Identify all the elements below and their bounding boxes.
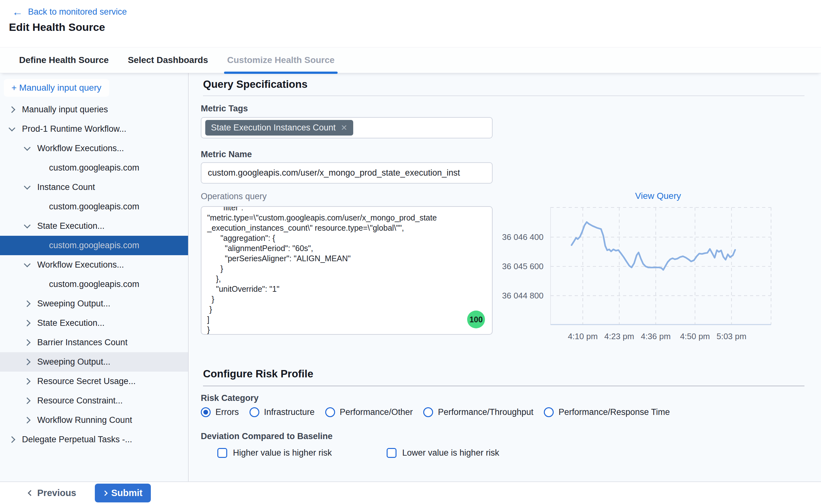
- tree-item-delegate-perpetual-tasks[interactable]: Delegate Perpetual Tasks -...: [0, 430, 188, 449]
- metric-name-input[interactable]: custom.googleapis.com/user/x_mongo_prod_…: [201, 162, 493, 184]
- checkbox-label: Lower value is higher risk: [402, 448, 499, 458]
- radio-label: Performance/Throughput: [438, 407, 533, 417]
- chevron-down-icon[interactable]: [24, 222, 31, 228]
- chevron-right-icon[interactable]: [24, 320, 31, 326]
- previous-button[interactable]: Previous: [29, 488, 76, 498]
- chevron-right-icon[interactable]: [24, 378, 31, 385]
- submit-button[interactable]: Submit: [95, 484, 151, 502]
- deviation-checkbox-higher-value-is-higher-risk[interactable]: Higher value is higher risk: [217, 448, 332, 458]
- risk-radio-performance-throughput[interactable]: Performance/Throughput: [423, 407, 533, 417]
- chevron-down-icon[interactable]: [24, 261, 31, 267]
- risk-radio-errors[interactable]: Errors: [201, 407, 239, 417]
- section-divider: [203, 95, 804, 96]
- metric-name-value: custom.googleapis.com/user/x_mongo_prod_…: [208, 168, 460, 178]
- radio-label: Performance/Response Time: [558, 407, 670, 417]
- chevron-right-icon[interactable]: [24, 397, 31, 404]
- tree-item-label: custom.googleapis.com: [49, 163, 139, 173]
- radio-icon[interactable]: [423, 407, 433, 417]
- tab-bar: Define Health SourceSelect DashboardsCus…: [0, 47, 821, 73]
- tree-item-manually-input-queries[interactable]: Manually input queries: [0, 100, 188, 119]
- chevron-right-icon[interactable]: [24, 300, 31, 307]
- chevron-right-icon[interactable]: [24, 417, 31, 423]
- tree-item-state-execution[interactable]: State Execution...: [0, 216, 188, 236]
- tree-item-workflow-executions[interactable]: Workflow Executions...: [0, 255, 188, 275]
- chevron-right-icon[interactable]: [9, 106, 15, 113]
- svg-text:36 046 400: 36 046 400: [502, 232, 544, 242]
- tree-item-barrier-instances-count[interactable]: Barrier Instances Count: [0, 333, 188, 352]
- metric-tags-input[interactable]: State Execution Instances Count ✕: [201, 117, 493, 138]
- back-to-monitored-service-link[interactable]: ← Back to monitored service: [12, 6, 127, 17]
- tree-item-label: Prod-1 Runtime Workflow...: [22, 124, 126, 134]
- tree-item-custom-googleapis-com[interactable]: custom.googleapis.com: [0, 236, 188, 255]
- chevron-right-icon[interactable]: [24, 339, 31, 346]
- previous-button-label: Previous: [37, 488, 76, 498]
- metric-name-label: Metric Name: [201, 150, 252, 159]
- tree-item-state-execution[interactable]: State Execution...: [0, 313, 188, 333]
- checkbox-icon[interactable]: [387, 448, 396, 458]
- main-panel: Query Specifications Metric Tags State E…: [189, 73, 821, 481]
- tree-item-label: Barrier Instances Count: [37, 338, 128, 347]
- configure-risk-profile-title: Configure Risk Profile: [203, 368, 313, 380]
- radio-icon[interactable]: [249, 407, 259, 417]
- query-tree-sidebar: + Manually input query Manually input qu…: [0, 73, 189, 481]
- metric-preview-chart: 36 046 40036 045 60036 044 8004:10 pm4:2…: [500, 200, 789, 353]
- tab-select-dashboards[interactable]: Select Dashboards: [125, 47, 211, 73]
- radio-icon[interactable]: [325, 407, 335, 417]
- radio-label: Performance/Other: [340, 407, 413, 417]
- metric-tag-chip[interactable]: State Execution Instances Count ✕: [205, 120, 353, 136]
- checkbox-icon[interactable]: [217, 448, 227, 458]
- back-link-label: Back to monitored service: [28, 7, 127, 17]
- chevron-down-icon[interactable]: [9, 125, 15, 131]
- tree-item-custom-googleapis-com[interactable]: custom.googleapis.com: [0, 158, 188, 178]
- tree-item-label: custom.googleapis.com: [49, 279, 139, 289]
- svg-text:36 044 800: 36 044 800: [502, 291, 544, 300]
- risk-category-radio-group: ErrorsInfrastructurePerformance/OtherPer…: [201, 407, 670, 417]
- tree-item-prod-1-runtime-workflow[interactable]: Prod-1 Runtime Workflow...: [0, 119, 188, 139]
- tree-item-custom-googleapis-com[interactable]: custom.googleapis.com: [0, 197, 188, 216]
- submit-button-label: Submit: [111, 488, 143, 498]
- chevron-right-icon[interactable]: [24, 359, 31, 365]
- radio-icon[interactable]: [201, 407, 211, 417]
- tree-item-workflow-running-count[interactable]: Workflow Running Count: [0, 410, 188, 430]
- manually-input-query-button[interactable]: + Manually input query: [4, 79, 109, 97]
- chevron-down-icon[interactable]: [24, 144, 31, 151]
- tree-item-resource-constraint[interactable]: Resource Constraint...: [0, 391, 188, 410]
- metric-tags-label: Metric Tags: [201, 104, 248, 114]
- tree-item-label: State Execution...: [37, 221, 105, 231]
- operations-query-textarea[interactable]: "filter": "metric.type=\"custom.googleap…: [201, 206, 493, 335]
- tree-item-workflow-executions[interactable]: Workflow Executions...: [0, 139, 188, 158]
- view-query-link[interactable]: View Query: [635, 191, 681, 201]
- deviation-checkbox-lower-value-is-higher-risk[interactable]: Lower value is higher risk: [387, 448, 499, 458]
- radio-icon[interactable]: [544, 407, 554, 417]
- query-tree: Manually input queriesProd-1 Runtime Wor…: [0, 100, 188, 449]
- tree-item-sweeping-output[interactable]: Sweeping Output...: [0, 294, 188, 313]
- tree-item-resource-secret-usage[interactable]: Resource Secret Usage...: [0, 372, 188, 391]
- radio-label: Errors: [215, 407, 239, 417]
- tree-item-label: Instance Count: [37, 182, 95, 192]
- svg-text:4:23 pm: 4:23 pm: [604, 332, 634, 341]
- page-header: ← Back to monitored service Edit Health …: [0, 0, 821, 47]
- tree-item-sweeping-output[interactable]: Sweeping Output...: [0, 352, 188, 372]
- tab-define-health-source[interactable]: Define Health Source: [16, 47, 112, 73]
- svg-text:5:03 pm: 5:03 pm: [717, 332, 747, 341]
- tree-item-label: Sweeping Output...: [37, 299, 110, 309]
- tab-customize-health-source[interactable]: Customize Health Source: [224, 47, 338, 73]
- tree-item-label: Delegate Perpetual Tasks -...: [22, 435, 132, 445]
- tree-item-label: custom.googleapis.com: [49, 241, 139, 250]
- svg-text:4:10 pm: 4:10 pm: [568, 332, 598, 341]
- chevron-right-icon[interactable]: [9, 436, 15, 443]
- checkbox-label: Higher value is higher risk: [233, 448, 332, 458]
- svg-text:4:36 pm: 4:36 pm: [641, 332, 671, 341]
- risk-radio-infrastructure[interactable]: Infrastructure: [249, 407, 315, 417]
- tree-item-instance-count[interactable]: Instance Count: [0, 178, 188, 197]
- remove-tag-icon[interactable]: ✕: [341, 123, 347, 132]
- chevron-down-icon[interactable]: [24, 183, 31, 190]
- metric-chart-container: 36 046 40036 045 60036 044 8004:10 pm4:2…: [500, 200, 789, 353]
- query-record-count-badge: 100: [467, 311, 485, 328]
- risk-radio-performance-other[interactable]: Performance/Other: [325, 407, 413, 417]
- query-specifications-title: Query Specifications: [203, 78, 307, 90]
- tree-item-custom-googleapis-com[interactable]: custom.googleapis.com: [0, 275, 188, 294]
- tree-item-label: custom.googleapis.com: [49, 202, 139, 212]
- risk-radio-performance-response-time[interactable]: Performance/Response Time: [544, 407, 670, 417]
- deviation-label: Deviation Compared to Baseline: [201, 431, 333, 441]
